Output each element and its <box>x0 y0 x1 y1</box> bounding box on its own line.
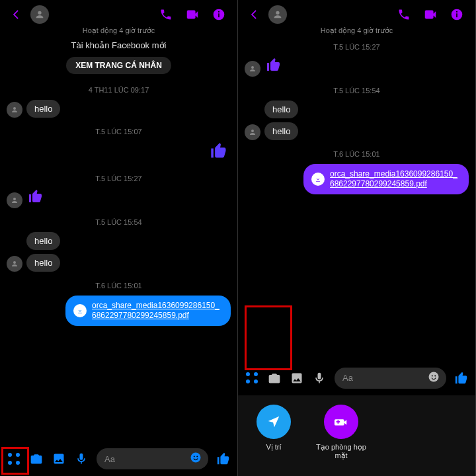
avatar <box>7 102 22 118</box>
thumbs-up-icon[interactable] <box>454 371 469 385</box>
create-room-icon <box>324 405 358 439</box>
info-icon[interactable] <box>210 5 228 24</box>
timestamp: T.5 LÚC 15:54 <box>245 87 469 95</box>
svg-rect-7 <box>456 13 457 17</box>
more-apps-icon[interactable] <box>245 371 259 385</box>
received-message[interactable]: hello <box>264 122 298 140</box>
thumbs-up-icon[interactable] <box>264 57 282 77</box>
camera-icon[interactable] <box>267 371 282 385</box>
download-icon <box>73 304 87 317</box>
avatar <box>245 124 260 140</box>
avatar <box>7 192 22 208</box>
file-name: orca_share_media1636099286150_6862297780… <box>330 169 461 189</box>
video-icon[interactable] <box>421 5 440 24</box>
gallery-icon[interactable] <box>290 371 304 385</box>
svg-point-3 <box>191 453 201 463</box>
received-message[interactable]: hello <box>264 100 298 118</box>
svg-point-8 <box>456 11 457 13</box>
avatar <box>7 256 22 272</box>
timestamp: T.5 LÚC 15:27 <box>7 175 231 182</box>
more-apps-icon[interactable] <box>7 452 21 466</box>
account-type: Tài khoản Facebook mới <box>0 40 237 50</box>
svg-point-5 <box>196 456 198 457</box>
location-icon <box>257 405 291 439</box>
file-name: orca_share_media1636099286150_6862297780… <box>92 301 223 321</box>
composer: Aa <box>238 362 475 395</box>
message-row: hello <box>245 122 469 140</box>
message-list: T.5 LÚC 15:27 T.5 LÚC 15:54 hello hello … <box>238 35 475 362</box>
back-icon[interactable] <box>7 5 25 24</box>
header <box>0 0 237 25</box>
header <box>238 0 475 25</box>
video-icon[interactable] <box>183 5 202 24</box>
svg-point-10 <box>432 375 433 376</box>
timestamp: 4 TH11 LÚC 09:17 <box>7 86 231 94</box>
received-message[interactable]: hello <box>26 100 60 118</box>
download-icon <box>311 173 325 186</box>
emoji-icon[interactable] <box>428 371 440 385</box>
timestamp: T.6 LÚC 15:01 <box>245 150 469 158</box>
svg-rect-1 <box>218 13 219 17</box>
camera-icon[interactable] <box>29 452 44 466</box>
composer: Aa <box>0 443 237 476</box>
message-row: hello <box>7 232 231 250</box>
left-screenshot: Hoạt động 4 giờ trước Tài khoản Facebook… <box>0 0 238 476</box>
call-icon[interactable] <box>157 5 175 24</box>
svg-point-4 <box>194 456 195 457</box>
drawer-label: Tạo phòng họp mặt <box>315 443 368 460</box>
avatar <box>245 61 260 77</box>
svg-point-2 <box>218 11 219 13</box>
message-row: hello <box>7 254 231 272</box>
gallery-icon[interactable] <box>52 452 66 466</box>
info-icon[interactable] <box>448 5 466 24</box>
emoji-icon[interactable] <box>190 452 202 466</box>
input-placeholder: Aa <box>104 454 115 464</box>
message-row <box>245 57 469 77</box>
attachment-drawer: Vị trí Tạo phòng họp mặt <box>238 395 475 476</box>
thumbs-up-icon[interactable] <box>210 141 231 165</box>
thumbs-up-icon[interactable] <box>216 452 231 466</box>
message-row: hello <box>7 100 231 118</box>
activity-status: Hoạt động 4 giờ trước <box>238 26 475 35</box>
message-input[interactable]: Aa <box>97 448 208 469</box>
received-message[interactable]: hello <box>26 232 60 250</box>
microphone-icon[interactable] <box>74 452 89 466</box>
avatar[interactable] <box>30 5 49 24</box>
activity-status: Hoạt động 4 giờ trước <box>0 26 237 35</box>
right-screenshot: Hoạt động 4 giờ trước T.5 LÚC 15:27 T.5 … <box>238 0 476 476</box>
svg-point-9 <box>429 372 439 381</box>
microphone-icon[interactable] <box>312 371 327 385</box>
drawer-location-button[interactable]: Vị trí <box>247 405 300 460</box>
svg-point-11 <box>434 375 436 376</box>
drawer-label: Vị trí <box>266 443 281 452</box>
thumbs-up-icon[interactable] <box>26 188 44 208</box>
message-row <box>7 188 231 208</box>
message-list: 4 TH11 LÚC 09:17 hello T.5 LÚC 15:07 T.5… <box>0 78 237 443</box>
file-attachment[interactable]: orca_share_media1636099286150_6862297780… <box>303 164 469 194</box>
timestamp: T.6 LÚC 15:01 <box>7 282 231 290</box>
drawer-room-button[interactable]: Tạo phòng họp mặt <box>315 405 368 460</box>
timestamp: T.5 LÚC 15:27 <box>245 43 469 51</box>
timestamp: T.5 LÚC 15:07 <box>7 128 231 136</box>
message-row: orca_share_media1636099286150_6862297780… <box>245 164 469 194</box>
call-icon[interactable] <box>395 5 413 24</box>
input-placeholder: Aa <box>342 373 353 383</box>
message-input[interactable]: Aa <box>335 368 446 389</box>
message-row: orca_share_media1636099286150_6862297780… <box>7 296 231 326</box>
message-row <box>7 141 231 165</box>
timestamp: T.5 LÚC 15:54 <box>7 218 231 226</box>
avatar[interactable] <box>268 5 287 24</box>
back-icon[interactable] <box>245 5 263 24</box>
file-attachment[interactable]: orca_share_media1636099286150_6862297780… <box>65 296 231 326</box>
received-message[interactable]: hello <box>26 254 60 272</box>
view-profile-button[interactable]: XEM TRANG CÁ NHÂN <box>66 57 171 74</box>
message-row: hello <box>245 100 469 118</box>
